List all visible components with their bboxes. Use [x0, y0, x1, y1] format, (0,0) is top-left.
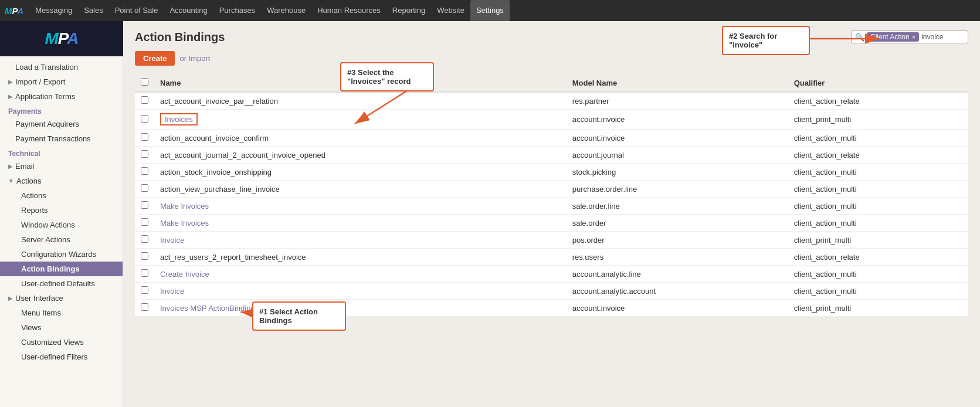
- row-checkbox[interactable]: [141, 235, 148, 243]
- logo-area: MPA: [0, 21, 123, 56]
- row-qualifier: client_print_multi: [788, 232, 968, 249]
- logo: MPA: [45, 29, 78, 48]
- sidebar-item-window-actions[interactable]: Window Actions: [0, 218, 123, 232]
- row-qualifier: client_action_multi: [788, 198, 968, 215]
- chevron-icon: ▶: [8, 295, 13, 301]
- table-row: Make Invoicessale.orderclient_action_mul…: [135, 215, 968, 232]
- row-checkbox[interactable]: [141, 167, 148, 175]
- search-box[interactable]: 🔍 Client Action × invoice: [851, 30, 968, 43]
- row-model: res.users: [567, 249, 788, 266]
- row-model: account.invoice: [567, 300, 788, 317]
- nav-website[interactable]: Website: [431, 0, 470, 21]
- action-bindings-table: Name Model Name Qualifier act_account_in…: [135, 74, 968, 317]
- search-icon: 🔍: [855, 33, 864, 42]
- import-button[interactable]: or Import: [179, 54, 210, 63]
- row-qualifier: client_action_relate: [788, 92, 968, 110]
- row-checkbox[interactable]: [141, 286, 148, 294]
- nav-pos[interactable]: Point of Sale: [109, 0, 164, 21]
- row-checkbox[interactable]: [141, 269, 148, 277]
- row-name[interactable]: Make Invoices: [154, 215, 567, 232]
- row-checkbox[interactable]: [141, 184, 148, 192]
- sidebar-item-application-terms[interactable]: ▶ Application Terms: [0, 89, 123, 104]
- top-navigation: MPA Messaging Sales Point of Sale Accoun…: [0, 0, 980, 21]
- row-model: account.invoice: [567, 130, 788, 147]
- row-name[interactable]: Create Invoice: [154, 266, 567, 283]
- page-title: Action Bindings: [135, 30, 968, 44]
- sidebar-item-server-actions[interactable]: Server Actions: [0, 232, 123, 247]
- sidebar-item-user-interface[interactable]: ▶ User Interface: [0, 291, 123, 306]
- sidebar-item-actions-parent[interactable]: ▼ Actions: [0, 174, 123, 188]
- search-area: 🔍 Client Action × invoice: [851, 30, 968, 43]
- search-tag-label: Client Action: [870, 33, 910, 41]
- select-all-checkbox[interactable]: [141, 78, 148, 86]
- row-checkbox[interactable]: [141, 201, 148, 209]
- row-model: account.invoice: [567, 110, 788, 130]
- row-checkbox[interactable]: [141, 96, 148, 104]
- row-checkbox[interactable]: [141, 303, 148, 311]
- search-tag-close-icon[interactable]: ×: [912, 33, 915, 40]
- sidebar-item-import-export[interactable]: ▶ Import / Export: [0, 74, 123, 89]
- nav-hr[interactable]: Human Resources: [311, 0, 386, 21]
- row-qualifier: client_print_multi: [788, 110, 968, 130]
- row-model: account.analytic.account: [567, 283, 788, 300]
- nav-warehouse[interactable]: Warehouse: [261, 0, 311, 21]
- row-checkbox[interactable]: [141, 252, 148, 260]
- row-name[interactable]: Invoice: [154, 232, 567, 249]
- row-name[interactable]: Make Invoices: [154, 198, 567, 215]
- table-row: Make Invoicessale.order.lineclient_actio…: [135, 198, 968, 215]
- sidebar-item-menu-items[interactable]: Menu Items: [0, 306, 123, 320]
- row-checkbox[interactable]: [141, 218, 148, 226]
- create-button[interactable]: Create: [135, 51, 175, 66]
- sidebar-item-user-filters[interactable]: User-defined Filters: [0, 350, 123, 364]
- annotation-1: #1 Select Action Bindings: [252, 301, 346, 331]
- sidebar-item-customized-views[interactable]: Customized Views: [0, 335, 123, 350]
- nav-messaging[interactable]: Messaging: [29, 0, 78, 21]
- invoices-highlight-box[interactable]: Invoices: [160, 113, 198, 126]
- row-checkbox[interactable]: [141, 133, 148, 141]
- col-model: Model Name: [567, 74, 788, 92]
- row-qualifier: client_action_multi: [788, 164, 968, 181]
- chevron-icon: ▶: [8, 93, 13, 100]
- nav-reporting[interactable]: Reporting: [386, 0, 431, 21]
- nav-accounting[interactable]: Accounting: [164, 0, 213, 21]
- table-row: Invoicepos.orderclient_print_multi: [135, 232, 968, 249]
- row-checkbox[interactable]: [141, 150, 148, 158]
- table-row: act_res_users_2_report_timesheet_invoice…: [135, 249, 968, 266]
- sidebar-item-payment-acquirers[interactable]: Payment Acquirers: [0, 117, 123, 131]
- sidebar-item-config-wizards[interactable]: Configuration Wizards: [0, 247, 123, 262]
- row-name[interactable]: Invoices: [154, 110, 567, 130]
- row-name[interactable]: Invoice: [154, 283, 567, 300]
- sidebar-with-logo: MPA Load a Translation ▶ Import / Export…: [0, 21, 123, 407]
- search-tag-client-action: Client Action ×: [867, 32, 919, 42]
- nav-sales[interactable]: Sales: [78, 0, 109, 21]
- nav-settings[interactable]: Settings: [470, 0, 510, 21]
- row-name[interactable]: Invoices MSP ActionBindings: [154, 300, 567, 317]
- sidebar-item-payment-transactions[interactable]: Payment Transactions: [0, 131, 123, 146]
- sidebar-item-reports[interactable]: Reports: [0, 203, 123, 218]
- row-model: res.partner: [567, 92, 788, 110]
- select-all-header[interactable]: [135, 74, 154, 92]
- chevron-down-icon: ▼: [8, 178, 14, 184]
- row-checkbox[interactable]: [141, 115, 148, 123]
- sidebar-item-load-translation[interactable]: Load a Translation: [0, 60, 123, 74]
- table-row: act_account_journal_2_account_invoice_op…: [135, 147, 968, 164]
- row-qualifier: client_action_relate: [788, 147, 968, 164]
- sidebar-section-payments: Payments: [0, 104, 123, 117]
- sidebar-item-action-bindings[interactable]: Action Bindings: [0, 262, 123, 276]
- table-row: Invoiceaccount.analytic.accountclient_ac…: [135, 283, 968, 300]
- col-qualifier: Qualifier: [788, 74, 968, 92]
- sidebar-item-user-defaults[interactable]: User-defined Defaults: [0, 276, 123, 291]
- sidebar-section-technical: Technical: [0, 146, 123, 159]
- row-qualifier: client_action_relate: [788, 249, 968, 266]
- row-name: action_stock_invoice_onshipping: [154, 164, 567, 181]
- row-name: action_account_invoice_confirm: [154, 130, 567, 147]
- sidebar-item-actions[interactable]: Actions: [0, 188, 123, 203]
- sidebar-item-email[interactable]: ▶ Email: [0, 159, 123, 174]
- chevron-icon: ▶: [8, 163, 13, 169]
- row-name: act_account_invoice_par__relation: [154, 92, 567, 110]
- content-area: Action Bindings Create or Import 🔍 Clien…: [123, 21, 980, 407]
- row-qualifier: client_action_multi: [788, 283, 968, 300]
- table-row: action_stock_invoice_onshippingstock.pic…: [135, 164, 968, 181]
- nav-purchases[interactable]: Purchases: [213, 0, 261, 21]
- sidebar-item-views[interactable]: Views: [0, 320, 123, 335]
